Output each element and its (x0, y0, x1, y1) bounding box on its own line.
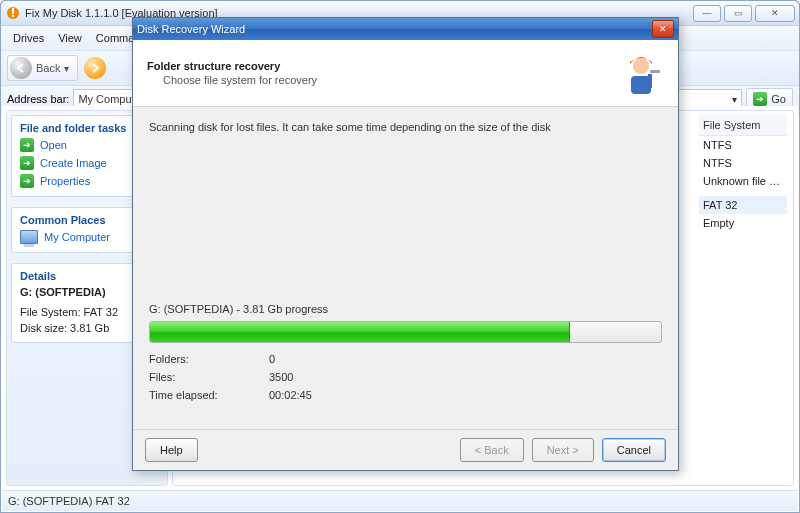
svg-rect-2 (12, 15, 14, 17)
folders-label: Folders: (149, 353, 269, 365)
computer-icon (20, 230, 38, 244)
dialog-title: Disk Recovery Wizard (137, 23, 652, 35)
address-dropdown-icon[interactable]: ▾ (732, 94, 737, 105)
folders-value: 0 (269, 353, 662, 365)
back-label: Back (36, 62, 60, 74)
filesystem-column: File System NTFS NTFS Unknown file sys… … (699, 115, 787, 232)
back-button[interactable]: Back ▾ (7, 55, 78, 81)
svg-rect-5 (648, 74, 652, 88)
dialog-heading: Folder structure recovery (147, 60, 618, 72)
address-label: Address bar: (7, 93, 69, 105)
close-button[interactable]: ✕ (755, 5, 795, 22)
forward-button[interactable] (84, 57, 106, 79)
go-label: Go (771, 93, 786, 105)
svg-point-3 (633, 58, 649, 74)
filesystem-col-head[interactable]: File System (699, 115, 787, 136)
maximize-button[interactable]: ▭ (724, 5, 752, 22)
recovery-wizard-dialog: Disk Recovery Wizard ✕ Folder structure … (132, 17, 679, 471)
dialog-footer: Help < Back Next > Cancel (133, 429, 678, 470)
progress-fill (150, 322, 570, 342)
dialog-subheading: Choose file system for recovery (163, 74, 618, 86)
next-step-button: Next > (532, 438, 594, 462)
arrow-icon: ➔ (20, 174, 34, 188)
fs-row[interactable]: NTFS (699, 154, 787, 172)
go-arrow-icon: ➔ (753, 92, 767, 106)
main-window: Fix My Disk 1.1.1.0 [Evaluation version]… (0, 0, 800, 513)
back-step-button: < Back (460, 438, 524, 462)
statusbar: G: (SOFTPEDIA) FAT 32 (2, 490, 798, 511)
progress-bar (149, 321, 662, 343)
dialog-close-button[interactable]: ✕ (652, 20, 674, 38)
stats-grid: Folders: 0 Files: 3500 Time elapsed: 00:… (149, 353, 662, 401)
help-button[interactable]: Help (145, 438, 198, 462)
progress-label: G: (SOFTPEDIA) - 3.81 Gb progress (149, 303, 662, 315)
app-icon (5, 5, 21, 21)
menu-view[interactable]: View (52, 31, 88, 45)
fs-row-selected[interactable]: FAT 32 (699, 196, 787, 214)
svg-rect-1 (12, 8, 14, 14)
cancel-button[interactable]: Cancel (602, 438, 666, 462)
dialog-titlebar[interactable]: Disk Recovery Wizard ✕ (133, 18, 678, 40)
svg-rect-6 (650, 70, 660, 73)
files-value: 3500 (269, 371, 662, 383)
dialog-body: Scanning disk for lost files. It can tak… (133, 107, 678, 429)
arrow-icon: ➔ (20, 138, 34, 152)
elapsed-label: Time elapsed: (149, 389, 269, 401)
chevron-down-icon: ▾ (64, 63, 69, 74)
worker-icon (618, 50, 664, 96)
menu-drives[interactable]: Drives (7, 31, 50, 45)
status-text: G: (SOFTPEDIA) FAT 32 (8, 495, 130, 507)
scan-message: Scanning disk for lost files. It can tak… (149, 121, 662, 133)
dialog-header: Folder structure recovery Choose file sy… (133, 40, 678, 107)
minimize-button[interactable]: — (693, 5, 721, 22)
back-arrow-icon (10, 57, 32, 79)
fs-row[interactable]: NTFS (699, 136, 787, 154)
fs-row[interactable]: Empty (699, 214, 787, 232)
arrow-icon: ➔ (20, 156, 34, 170)
fs-row[interactable]: Unknown file sys… (699, 172, 787, 190)
elapsed-value: 00:02:45 (269, 389, 662, 401)
files-label: Files: (149, 371, 269, 383)
